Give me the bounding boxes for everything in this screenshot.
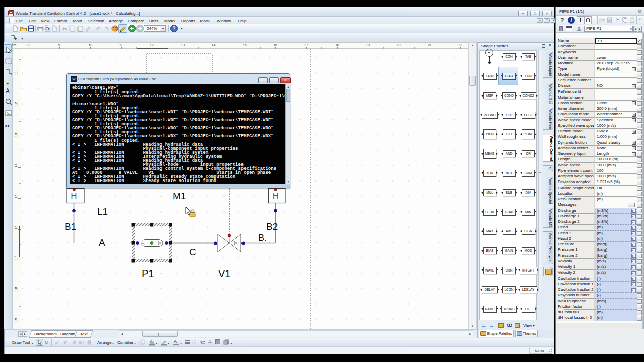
svg-text:L1: L1: [97, 206, 108, 217]
svg-text:B2: B2: [266, 221, 278, 232]
svg-text:C: C: [189, 247, 196, 257]
svg-text:H: H: [273, 191, 279, 201]
svg-text:P1: P1: [142, 268, 154, 279]
svg-text:H: H: [71, 191, 77, 201]
svg-text:M1: M1: [173, 191, 186, 201]
svg-text:B1: B1: [65, 221, 76, 232]
svg-text:B.: B.: [258, 233, 267, 243]
svg-text:?: ?: [172, 26, 175, 31]
svg-text:A: A: [99, 237, 105, 248]
svg-text:V1: V1: [218, 268, 230, 279]
